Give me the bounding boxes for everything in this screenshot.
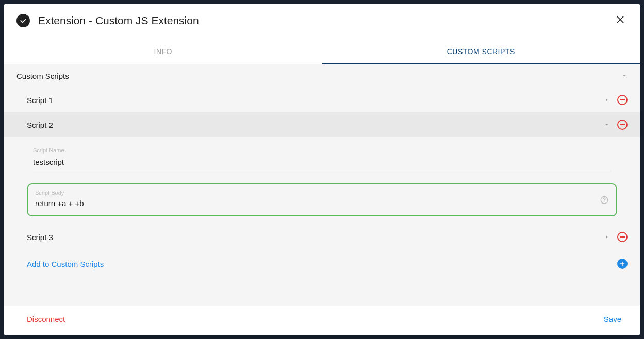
disconnect-button[interactable]: Disconnect bbox=[27, 315, 65, 324]
content-area: Custom Scripts Script 1 Script 2 Script … bbox=[4, 64, 640, 306]
modal-title: Extension - Custom JS Extension bbox=[38, 14, 605, 27]
modal-footer: Disconnect Save bbox=[4, 306, 640, 335]
script-row-2[interactable]: Script 2 bbox=[4, 112, 640, 137]
chevron-right-icon[interactable] bbox=[604, 233, 610, 242]
tab-custom-scripts[interactable]: CUSTOM SCRIPTS bbox=[322, 40, 640, 64]
extension-modal: Extension - Custom JS Extension INFO CUS… bbox=[4, 4, 640, 335]
script-label: Script 1 bbox=[27, 96, 597, 105]
remove-script-button[interactable] bbox=[617, 120, 628, 130]
script-detail-2: Script Name Script Body bbox=[4, 137, 640, 225]
add-script-link[interactable]: Add to Custom Scripts bbox=[27, 260, 104, 268]
script-name-field: Script Name bbox=[27, 143, 617, 171]
check-circle-icon bbox=[16, 14, 30, 27]
add-script-button[interactable] bbox=[617, 259, 628, 269]
script-row-3[interactable]: Script 3 bbox=[4, 225, 640, 249]
svg-point-3 bbox=[604, 201, 604, 202]
modal-header: Extension - Custom JS Extension bbox=[4, 4, 640, 31]
script-label: Script 3 bbox=[27, 233, 597, 242]
section-title: Custom Scripts bbox=[16, 72, 69, 80]
close-button[interactable] bbox=[613, 12, 628, 29]
remove-script-button[interactable] bbox=[617, 232, 628, 242]
script-body-label: Script Body bbox=[35, 190, 609, 196]
close-icon bbox=[615, 14, 625, 25]
script-name-input[interactable] bbox=[33, 156, 611, 171]
remove-script-button[interactable] bbox=[617, 95, 628, 105]
tabs: INFO CUSTOM SCRIPTS bbox=[4, 40, 640, 64]
plus-icon bbox=[619, 261, 625, 267]
help-icon[interactable] bbox=[600, 195, 609, 207]
chevron-down-icon bbox=[621, 72, 628, 80]
script-name-label: Script Name bbox=[33, 147, 611, 154]
tab-info[interactable]: INFO bbox=[4, 40, 322, 64]
script-body-field: Script Body bbox=[27, 183, 617, 216]
chevron-down-icon[interactable] bbox=[604, 121, 610, 129]
add-row: Add to Custom Scripts bbox=[4, 249, 640, 278]
save-button[interactable]: Save bbox=[604, 315, 621, 324]
section-header[interactable]: Custom Scripts bbox=[4, 64, 640, 88]
script-row-1[interactable]: Script 1 bbox=[4, 88, 640, 112]
script-label: Script 2 bbox=[27, 121, 597, 129]
chevron-right-icon[interactable] bbox=[604, 96, 610, 105]
script-body-input[interactable] bbox=[35, 199, 596, 208]
